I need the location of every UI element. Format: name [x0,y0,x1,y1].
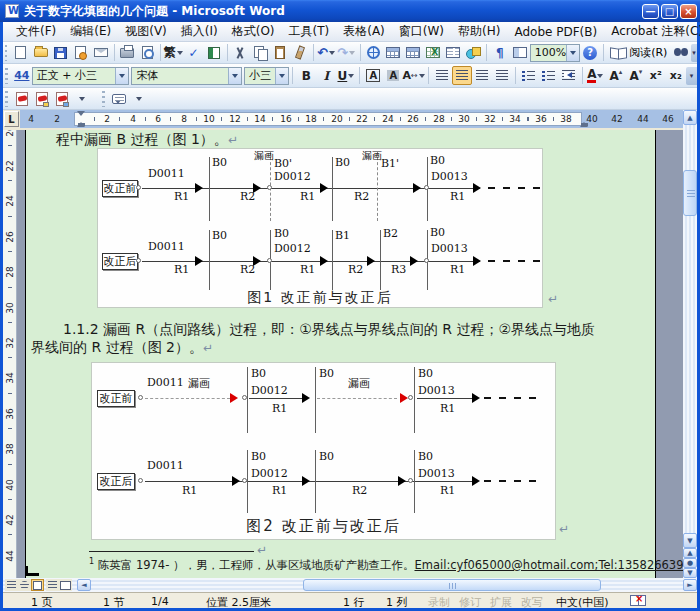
footnote-email-link[interactable]: Email:cyf065000@hotmail.com;Tel:13582663… [414,558,683,572]
toolbar-drag-handle[interactable] [5,91,8,107]
scroll-up-button[interactable]: ▲ [683,110,697,125]
underline-button[interactable]: U [336,66,356,85]
indent-icon[interactable] [559,66,579,85]
print-layout-view-button[interactable] [31,579,44,591]
read-layout-button[interactable]: 阅读(R) [607,43,671,62]
permission-icon[interactable] [71,43,91,62]
scroll-down-button[interactable]: ▼ [683,533,697,548]
char-border-icon[interactable]: A [363,66,383,85]
left-indent-marker[interactable] [78,123,85,126]
align-center-icon[interactable] [452,66,472,85]
cut-icon[interactable] [230,43,250,62]
zoom-combobox[interactable]: 100% [530,44,580,62]
research-icon[interactable] [204,43,224,62]
style-combobox[interactable]: 正文 + 小三 [32,67,130,85]
insert-excel-icon[interactable] [423,43,443,62]
chinese-translate-icon[interactable]: 繁 [164,43,184,62]
copy-icon[interactable] [250,43,270,62]
web-layout-view-button[interactable] [18,579,31,591]
show-hide-icon[interactable]: ¶ [490,43,510,62]
vertical-scrollbar-thumb[interactable] [683,170,697,216]
select-browse-object-button[interactable]: ● [683,558,697,568]
align-distribute-icon[interactable] [492,66,512,85]
convert-to-pdf-icon[interactable] [12,89,32,108]
document-map-icon[interactable] [510,43,530,62]
menu-table[interactable]: 表格(A) [336,21,392,42]
bullets-icon[interactable] [539,66,559,85]
menu-acrobat-comments[interactable]: Acrobat 注释(C) [604,21,700,42]
font-combobox[interactable]: 宋体 [131,67,242,85]
help-icon[interactable]: ? [580,43,600,62]
toolbar-drag-handle[interactable] [5,68,8,84]
superscript-icon[interactable]: x² [646,66,666,85]
format-painter-icon[interactable] [290,43,310,62]
spelling-icon[interactable]: ✓ [184,43,204,62]
status-extend-selection[interactable]: 扩展 [490,595,512,610]
spelling-status-icon[interactable]: × [630,595,646,606]
status-track-changes[interactable]: 修订 [459,595,481,610]
menu-tools[interactable]: 工具(T) [282,21,337,42]
menu-edit[interactable]: 编辑(E) [63,21,118,42]
maximize-button[interactable]: □ [661,4,678,19]
menu-view[interactable]: 视图(V) [118,21,174,42]
columns-icon[interactable] [443,43,463,62]
new-document-icon[interactable] [11,43,31,62]
align-right-icon[interactable] [472,66,492,85]
scroll-right-button[interactable]: ► [683,579,697,591]
page[interactable]: 程中漏画 B 过程（图 1）。↵ 改正前 [25,130,656,578]
right-indent-marker-base[interactable] [581,123,588,126]
open-icon[interactable] [31,43,51,62]
zoom-dropdown-arrow[interactable] [566,45,579,61]
drawing-icon[interactable] [463,43,483,62]
print-preview-icon[interactable] [137,43,157,62]
menu-file[interactable]: 文件(F) [9,21,63,42]
pdf-toolbar-options-icon[interactable] [72,89,92,108]
acrobat-comment-icon[interactable] [109,89,129,108]
normal-view-button[interactable] [5,579,18,591]
bold-button[interactable]: B [296,66,316,85]
email-icon[interactable] [91,43,111,62]
italic-button[interactable]: I [316,66,336,85]
minimize-button[interactable]: — [642,4,659,19]
menu-adobe-pdf[interactable]: Adobe PDF(B) [507,23,604,41]
tab-selector-button[interactable]: L [4,111,19,127]
next-page-button[interactable]: ▼ [683,568,697,578]
print-icon[interactable] [117,43,137,62]
toolbar-options-button[interactable]: ▾ [691,44,697,62]
comment-toolbar-options-icon[interactable] [129,89,149,108]
convert-pdf-review-icon[interactable] [52,89,72,108]
outline-view-button[interactable] [46,579,59,591]
status-language[interactable]: 中文(中国) [556,595,609,610]
menu-help[interactable]: 帮助(H) [451,21,507,42]
paste-icon[interactable] [270,43,290,62]
char-scale-icon[interactable]: A↔ [403,66,425,85]
toolbar-options-button[interactable]: ▾ [686,67,697,85]
shrink-font-icon[interactable]: A▾ [626,66,646,85]
styles-pane-icon[interactable]: 44 [12,66,32,85]
align-left-icon[interactable] [432,66,452,85]
hyperlink-icon[interactable] [363,43,383,62]
scroll-left-button[interactable]: ◄ [77,579,91,591]
horizontal-scrollbar-thumb[interactable] [303,579,601,591]
find-icon[interactable] [671,43,691,62]
vertical-scrollbar[interactable]: ▲ ▼ ▲ ● ▼ [683,110,697,578]
menu-format[interactable]: 格式(O) [225,21,282,42]
font-color-icon[interactable]: A [586,66,606,85]
tables-borders-icon[interactable] [383,43,403,62]
subscript-icon[interactable]: x₂ [666,66,686,85]
grow-font-icon[interactable]: A▴ [606,66,626,85]
char-shading-icon[interactable]: A [383,66,403,85]
menu-insert[interactable]: 插入(I) [174,21,225,42]
status-overtype[interactable]: 改写 [521,595,543,610]
save-icon[interactable] [51,43,71,62]
insert-table-icon[interactable] [403,43,423,62]
horizontal-scrollbar[interactable]: ◄ ► [3,578,697,592]
status-record-macro[interactable]: 录制 [428,595,450,610]
reading-layout-view-button[interactable] [59,579,72,591]
redo-icon[interactable]: ↷ [337,43,357,62]
menu-window[interactable]: 窗口(W) [392,21,451,42]
numbering-icon[interactable] [519,66,539,85]
close-button[interactable]: × [680,4,697,19]
undo-icon[interactable]: ↶ [317,43,337,62]
toolbar-drag-handle[interactable] [102,91,105,107]
